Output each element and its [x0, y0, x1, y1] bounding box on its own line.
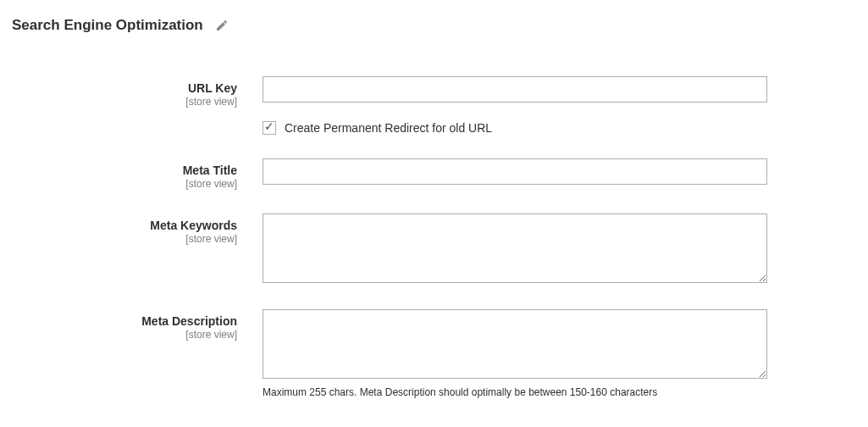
meta-title-label: Meta Title [12, 164, 237, 177]
meta-title-scope: [store view] [12, 178, 237, 190]
meta-description-note: Maximum 255 chars. Meta Description shou… [263, 386, 767, 398]
meta-keywords-label: Meta Keywords [12, 219, 237, 232]
meta-description-input[interactable] [263, 309, 767, 379]
meta-keywords-row: Meta Keywords [store view] [12, 214, 856, 286]
redirect-checkbox-row: Create Permanent Redirect for old URL [263, 121, 767, 135]
redirect-checkbox-label[interactable]: Create Permanent Redirect for old URL [285, 121, 492, 135]
meta-title-row: Meta Title [store view] [12, 158, 856, 190]
meta-description-label: Meta Description [12, 314, 237, 328]
meta-keywords-input-col [263, 214, 767, 286]
url-key-input[interactable] [263, 76, 767, 103]
meta-keywords-label-col: Meta Keywords [store view] [12, 214, 263, 245]
meta-description-scope: [store view] [12, 329, 237, 341]
url-key-input-col: Create Permanent Redirect for old URL [263, 76, 767, 135]
meta-title-input[interactable] [263, 158, 767, 185]
url-key-label-col: URL Key [store view] [12, 76, 263, 108]
edit-icon[interactable] [215, 19, 229, 32]
section-title: Search Engine Optimization [12, 17, 203, 34]
section-header: Search Engine Optimization [12, 17, 856, 34]
meta-description-row: Meta Description [store view] Maximum 25… [12, 309, 856, 398]
meta-keywords-input[interactable] [263, 214, 767, 283]
redirect-checkbox[interactable] [263, 121, 276, 135]
meta-keywords-scope: [store view] [12, 233, 237, 245]
meta-title-input-col [263, 158, 767, 185]
meta-title-label-col: Meta Title [store view] [12, 158, 263, 190]
url-key-label: URL Key [12, 81, 237, 95]
meta-description-label-col: Meta Description [store view] [12, 309, 263, 341]
url-key-scope: [store view] [12, 96, 237, 108]
url-key-row: URL Key [store view] Create Permanent Re… [12, 76, 856, 135]
meta-description-input-col: Maximum 255 chars. Meta Description shou… [263, 309, 767, 398]
